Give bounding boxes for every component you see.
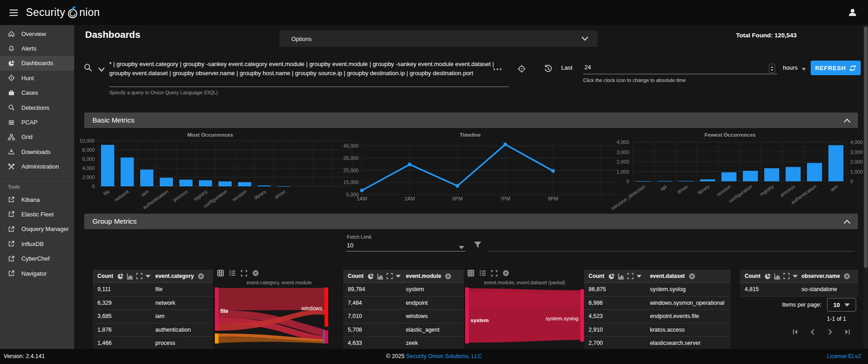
- expand-icon[interactable]: [136, 273, 142, 279]
- pie-view-icon[interactable]: [367, 273, 374, 280]
- expand-icon[interactable]: [627, 273, 634, 279]
- grid-view-icon[interactable]: [217, 270, 224, 277]
- sidebar-item-grid[interactable]: Grid: [0, 130, 74, 144]
- table-row[interactable]: 6,329network: [93, 297, 213, 310]
- fetch-limit-select[interactable]: 10: [347, 242, 353, 249]
- pagination: Items per page: 10 1-1 of 1: [782, 298, 856, 335]
- sidebar-item-alerts[interactable]: Alerts: [0, 41, 74, 56]
- options-expander[interactable]: Options: [279, 31, 598, 47]
- sidebar-tool-osquery-manager[interactable]: Osquery Manager: [0, 222, 74, 236]
- table-row[interactable]: 3,685iam: [93, 310, 213, 323]
- footer: Version: 2.4.141 © 2025 Security Onion S…: [0, 349, 868, 364]
- license-link[interactable]: License:ELv2: [827, 349, 861, 364]
- sidebar-tool-kibana[interactable]: Kibana: [0, 192, 74, 207]
- table-row[interactable]: 1,876authentication: [93, 323, 213, 337]
- pie-view-icon[interactable]: [764, 273, 771, 280]
- duration-stepper[interactable]: [769, 64, 775, 73]
- time-duration-input[interactable]: 24: [584, 64, 591, 71]
- page-scrollbar[interactable]: [863, 25, 868, 349]
- table-row[interactable]: 86,875system.syslog: [584, 283, 731, 297]
- pie-view-icon[interactable]: [117, 273, 124, 280]
- sidebar-item-label: Overview: [21, 31, 46, 37]
- expand-icon[interactable]: [386, 273, 393, 279]
- bar-view-icon[interactable]: [618, 273, 624, 280]
- remove-field-icon[interactable]: [689, 273, 695, 280]
- list-view-icon[interactable]: [479, 270, 486, 277]
- close-icon[interactable]: [503, 270, 509, 277]
- expand-icon[interactable]: [241, 270, 247, 277]
- sidebar-item-dashboards[interactable]: Dashboards: [0, 56, 74, 71]
- fetch-limit-caret-icon[interactable]: [459, 246, 464, 249]
- group-filter-input[interactable]: [488, 251, 855, 251]
- sidebar-tool-elastic-fleet[interactable]: Elastic Fleet: [0, 207, 74, 221]
- filter-funnel-icon[interactable]: [473, 241, 482, 249]
- caret-down-icon[interactable]: [145, 275, 151, 278]
- table-row[interactable]: 4,523endpoint.events.file: [584, 310, 731, 323]
- remove-field-icon[interactable]: [445, 273, 452, 280]
- first-page-icon[interactable]: [792, 328, 799, 335]
- table-row[interactable]: 2,700elasticsearch.server: [584, 337, 731, 350]
- total-found-label: Total Found:: [736, 32, 773, 39]
- sidebar-item-overview[interactable]: Overview: [0, 26, 74, 41]
- sidebar-tool-influxdb[interactable]: InfluxDB: [0, 236, 74, 251]
- sidebar-item-pcap[interactable]: PCAP: [0, 115, 74, 129]
- query-input[interactable]: * | groupby event.category | groupby -sa…: [109, 60, 509, 77]
- bar-view-icon[interactable]: [127, 273, 133, 280]
- company-link[interactable]: Security Onion Solutions, LLC: [406, 353, 482, 359]
- svg-text:iam: iam: [140, 189, 150, 198]
- eventing-target-icon[interactable]: [517, 64, 526, 73]
- sidebar-item-label: Cases: [21, 89, 38, 96]
- next-page-icon[interactable]: [827, 328, 833, 335]
- last-page-icon[interactable]: [844, 328, 851, 335]
- caret-down-icon[interactable]: [396, 275, 401, 278]
- menu-toggle-icon[interactable]: [7, 6, 20, 19]
- table-row[interactable]: 1,466process: [93, 337, 213, 350]
- table-row[interactable]: 4,815so-standalone: [740, 283, 858, 297]
- group-metrics-header[interactable]: Group Metrics: [84, 214, 858, 229]
- sidebar-tools: Kibana Elastic Fleet Osquery Manager Inf…: [0, 191, 74, 281]
- list-view-icon[interactable]: [229, 270, 236, 277]
- expand-icon[interactable]: [783, 273, 790, 279]
- relative-time-history-icon[interactable]: [543, 64, 553, 74]
- basic-metrics-header[interactable]: Basic Metrics: [84, 113, 858, 128]
- sidebar-tool-cyberchef[interactable]: CyberChef: [0, 251, 74, 266]
- grid-view-icon[interactable]: [467, 270, 474, 277]
- table-row[interactable]: 7,010windows: [343, 310, 464, 323]
- table-row[interactable]: 4,633zeek: [343, 337, 464, 350]
- table-row[interactable]: 7,484endpoint: [343, 297, 464, 310]
- remove-field-icon[interactable]: [843, 273, 850, 280]
- expand-icon[interactable]: [491, 270, 497, 277]
- caret-down-icon[interactable]: [636, 275, 642, 278]
- svg-text:registry: registry: [759, 183, 775, 197]
- scrollbar-thumb[interactable]: [864, 26, 868, 268]
- table-row[interactable]: 89,784system: [343, 283, 464, 297]
- more-options-icon[interactable]: [492, 67, 503, 71]
- table-row[interactable]: 6,986windows.sysmon_operational: [584, 297, 731, 310]
- previous-page-icon[interactable]: [809, 328, 816, 335]
- sidebar-item-hunt[interactable]: Hunt: [0, 71, 74, 85]
- remove-field-icon[interactable]: [198, 273, 204, 280]
- sidebar-item-detections[interactable]: Detections: [0, 100, 74, 115]
- security-onion-app: Securitynion Overview Alerts Dashboards …: [0, 0, 868, 364]
- bar-view-icon[interactable]: [377, 273, 384, 280]
- items-per-page-select[interactable]: 10: [827, 298, 856, 312]
- caret-down-icon[interactable]: [792, 275, 798, 278]
- sidebar-tool-navigator[interactable]: Navigator: [0, 266, 74, 281]
- table-row[interactable]: 2,910kratos.access: [584, 323, 731, 337]
- close-icon[interactable]: [252, 270, 259, 277]
- sidebar-item-administration[interactable]: Administration: [0, 159, 74, 174]
- sidebar-item-downloads[interactable]: Downloads: [0, 144, 74, 159]
- table-row[interactable]: 5,708elastic_agent: [343, 323, 464, 337]
- refresh-button[interactable]: REFRESH: [811, 61, 861, 75]
- query-history-caret-icon[interactable]: [98, 67, 105, 72]
- pie-view-icon[interactable]: [608, 273, 615, 280]
- table-row[interactable]: 9,111file: [93, 283, 213, 297]
- svg-text:2,000: 2,000: [616, 159, 629, 164]
- external-link-icon: [8, 226, 15, 233]
- sidebar-item-cases[interactable]: Cases: [0, 86, 74, 100]
- svg-text:2,000: 2,000: [850, 159, 863, 164]
- bar-view-icon[interactable]: [774, 273, 781, 280]
- time-unit-select[interactable]: hours: [783, 64, 798, 71]
- user-account-icon[interactable]: [847, 7, 858, 18]
- time-unit-caret-icon[interactable]: [802, 68, 806, 71]
